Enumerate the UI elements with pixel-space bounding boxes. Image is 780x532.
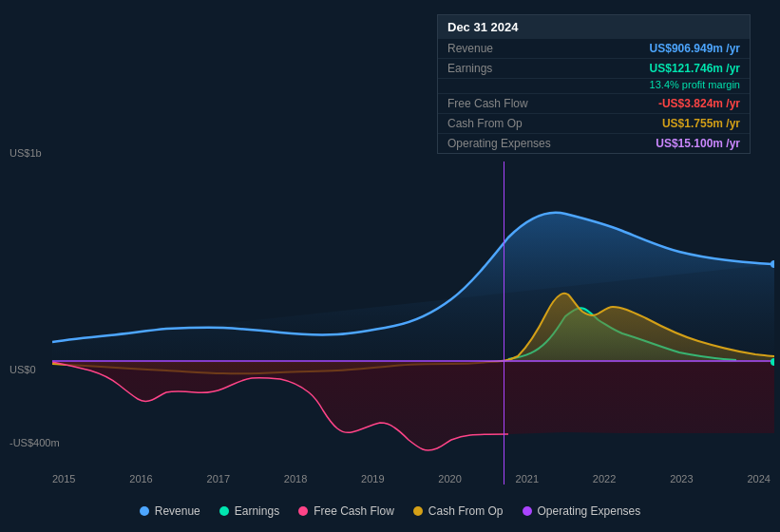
legend-revenue[interactable]: Revenue xyxy=(140,504,200,518)
tooltip-opex-label: Operating Expenses xyxy=(447,137,551,150)
tooltip-earnings-value: US$121.746m /yr xyxy=(650,62,740,75)
legend-earnings-label: Earnings xyxy=(235,504,279,518)
legend-cfo[interactable]: Cash From Op xyxy=(413,504,504,518)
x-label-2023: 2023 xyxy=(670,473,693,484)
x-label-2022: 2022 xyxy=(593,473,616,484)
legend-opex-label: Operating Expenses xyxy=(538,504,641,518)
x-label-2024: 2024 xyxy=(747,473,770,484)
tooltip-operating-expenses: Operating Expenses US$15.100m /yr xyxy=(438,134,750,153)
tooltip-cash-from-op: Cash From Op US$1.755m /yr xyxy=(438,114,750,134)
x-label-2015: 2015 xyxy=(52,473,75,484)
tooltip-revenue: Revenue US$906.949m /yr xyxy=(438,39,750,59)
legend-earnings[interactable]: Earnings xyxy=(219,504,279,518)
legend-fcf[interactable]: Free Cash Flow xyxy=(298,504,394,518)
x-label-2017: 2017 xyxy=(207,473,230,484)
legend-earnings-dot xyxy=(219,506,229,516)
x-axis-labels: 2015 2016 2017 2018 2019 2020 2021 2022 … xyxy=(52,473,770,484)
x-label-2019: 2019 xyxy=(361,473,384,484)
legend-fcf-dot xyxy=(298,506,308,516)
cursor-line xyxy=(504,162,504,484)
legend-opex[interactable]: Operating Expenses xyxy=(523,504,641,518)
tooltip-date: Dec 31 2024 xyxy=(438,15,750,39)
y-label-zero: US$0 xyxy=(10,364,36,375)
tooltip-cfo-label: Cash From Op xyxy=(447,117,523,130)
x-label-2021: 2021 xyxy=(516,473,539,484)
x-label-2020: 2020 xyxy=(438,473,461,484)
tooltip-earnings: Earnings US$121.746m /yr xyxy=(438,59,750,79)
tooltip-revenue-value: US$906.949m /yr xyxy=(650,42,740,55)
tooltip-fcf-label: Free Cash Flow xyxy=(447,97,528,110)
tooltip-revenue-label: Revenue xyxy=(447,42,493,55)
legend-cfo-dot xyxy=(413,506,423,516)
legend-revenue-dot xyxy=(140,506,149,516)
legend-revenue-label: Revenue xyxy=(155,504,200,518)
chart-container: Dec 31 2024 Revenue US$906.949m /yr Earn… xyxy=(0,0,780,532)
tooltip-profit-margin: 13.4% profit margin xyxy=(438,79,750,94)
tooltip-card: Dec 31 2024 Revenue US$906.949m /yr Earn… xyxy=(437,14,751,154)
tooltip-free-cash-flow: Free Cash Flow -US$3.824m /yr xyxy=(438,94,750,114)
legend-fcf-label: Free Cash Flow xyxy=(314,504,394,518)
x-label-2016: 2016 xyxy=(129,473,152,484)
tooltip-opex-value: US$15.100m /yr xyxy=(656,137,740,150)
main-chart xyxy=(52,157,774,461)
y-label-top: US$1b xyxy=(10,147,42,159)
tooltip-earnings-label: Earnings xyxy=(447,62,492,75)
legend-opex-dot xyxy=(523,506,532,516)
tooltip-cfo-value: US$1.755m /yr xyxy=(662,117,740,130)
tooltip-fcf-value: -US$3.824m /yr xyxy=(658,97,740,110)
x-label-2018: 2018 xyxy=(284,473,307,484)
legend-cfo-label: Cash From Op xyxy=(428,504,504,518)
chart-legend: Revenue Earnings Free Cash Flow Cash Fro… xyxy=(0,504,780,518)
